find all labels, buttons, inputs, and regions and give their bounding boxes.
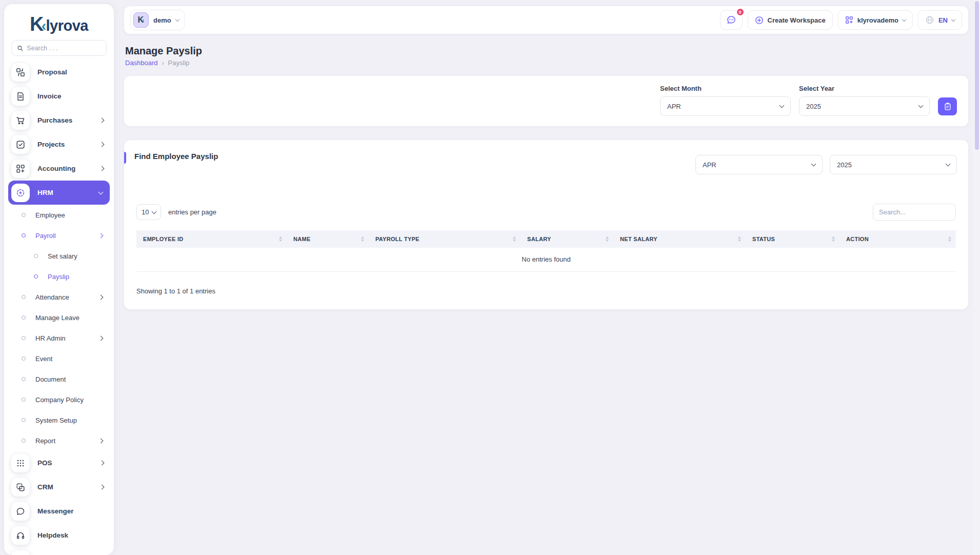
- column-header-status[interactable]: STATUS: [746, 230, 839, 248]
- generate-payslip-button[interactable]: [938, 97, 957, 115]
- page-size-select[interactable]: 10: [136, 204, 161, 220]
- year-select[interactable]: 2025: [799, 96, 930, 116]
- chevron-right-icon: [99, 166, 105, 171]
- sidebar-item-payslip[interactable]: Payslip: [4, 266, 114, 287]
- sidebar-item-company-policy[interactable]: Company Policy: [4, 389, 114, 410]
- sidebar-item-helpdesk[interactable]: Helpdesk: [4, 523, 114, 547]
- sidebar-item-report[interactable]: Report: [4, 430, 114, 451]
- payslip-table: EMPLOYEE ID NAME PAYROLL TYPE SALARY NET…: [136, 230, 956, 272]
- chevron-right-icon: [99, 461, 105, 466]
- month-select[interactable]: APR: [660, 96, 791, 116]
- find-card-filters: APR 2025: [695, 155, 957, 174]
- sidebar-item-pos[interactable]: POS: [4, 451, 114, 475]
- column-header-action[interactable]: ACTION: [839, 230, 956, 248]
- sidebar-item-crm[interactable]: CRM: [4, 475, 114, 499]
- bullet-icon: [22, 295, 26, 299]
- workspace-avatar: K‹: [133, 12, 149, 28]
- sidebar-item-label: Helpdesk: [37, 531, 104, 539]
- sidebar-item-settings[interactable]: Settings: [4, 547, 114, 555]
- chevron-down-icon: [98, 189, 104, 194]
- find-year-value: 2025: [837, 161, 852, 169]
- sort-icon[interactable]: [513, 236, 516, 242]
- sidebar-item-label: Set salary: [48, 252, 103, 260]
- column-header-salary[interactable]: SALARY: [521, 230, 613, 248]
- sidebar: K‹lyrova Proposal Invoice Purchases: [4, 4, 114, 555]
- scrollbar-thumb[interactable]: [975, 1, 979, 150]
- find-card-title: Find Employee Payslip: [134, 152, 218, 161]
- sidebar-item-employee[interactable]: Employee: [4, 205, 114, 225]
- sort-icon[interactable]: [832, 236, 835, 242]
- sort-icon[interactable]: [361, 236, 364, 242]
- chevron-right-icon: [99, 118, 105, 123]
- sidebar-item-system-setup[interactable]: System Setup: [4, 410, 114, 430]
- invoice-icon: [11, 87, 30, 106]
- breadcrumb-current: Payslip: [168, 59, 190, 67]
- find-month-select[interactable]: APR: [695, 155, 823, 174]
- column-header-employee-id[interactable]: EMPLOYEE ID: [136, 230, 287, 248]
- messages-button[interactable]: 0: [720, 10, 743, 30]
- page-size-value: 10: [142, 208, 149, 216]
- sidebar-search-input[interactable]: [27, 45, 101, 52]
- sidebar-item-hr-admin[interactable]: HR Admin: [4, 328, 114, 348]
- chevron-right-icon: [98, 438, 104, 443]
- bullet-icon: [22, 213, 26, 217]
- table-search-input[interactable]: [873, 204, 956, 221]
- month-select-value: APR: [667, 103, 681, 110]
- sidebar-item-label: CRM: [37, 483, 92, 491]
- find-year-select[interactable]: 2025: [830, 155, 957, 174]
- cart-icon: [11, 111, 30, 130]
- sidebar-item-payroll[interactable]: Payroll: [4, 225, 114, 246]
- sidebar-item-document[interactable]: Document: [4, 369, 114, 389]
- sidebar-item-event[interactable]: Event: [4, 348, 114, 369]
- workspace-selector[interactable]: K‹ demo: [130, 10, 185, 30]
- sidebar-item-projects[interactable]: Projects: [4, 132, 114, 156]
- sidebar-item-label: Purchases: [37, 116, 92, 124]
- column-header-payroll-type[interactable]: PAYROLL TYPE: [369, 230, 521, 248]
- check-square-icon: [11, 135, 30, 154]
- sidebar-item-hrm[interactable]: HRM: [8, 181, 110, 205]
- create-workspace-button[interactable]: Create Workspace: [748, 10, 833, 30]
- sidebar-item-messenger[interactable]: Messenger: [4, 499, 114, 523]
- brand-name: lyrova: [46, 17, 88, 34]
- proposal-icon: [11, 63, 30, 82]
- chevron-down-icon: [946, 162, 951, 167]
- column-header-name[interactable]: NAME: [287, 230, 369, 248]
- globe-icon: [925, 15, 934, 25]
- sidebar-item-accounting[interactable]: Accounting: [4, 156, 114, 181]
- main-content: K‹ demo 0 Create Workspace klyrovademo E…: [124, 6, 968, 309]
- sidebar-item-purchases[interactable]: Purchases: [4, 108, 114, 132]
- select-year-field: Select Year 2025: [799, 85, 930, 116]
- sidebar-item-attendance[interactable]: Attendance: [4, 287, 114, 307]
- chevron-down-icon: [902, 17, 906, 22]
- brand-logo[interactable]: K‹lyrova: [4, 4, 114, 34]
- sort-icon[interactable]: [738, 236, 741, 242]
- sort-icon[interactable]: [279, 236, 282, 242]
- search-icon: [17, 45, 23, 52]
- page-scrollbar[interactable]: [974, 0, 980, 555]
- breadcrumb: Dashboard › Payslip: [125, 59, 968, 67]
- bullet-icon: [22, 398, 26, 402]
- sidebar-item-label: HRM: [37, 189, 91, 196]
- sidebar-item-label: System Setup: [35, 417, 103, 424]
- sidebar-search[interactable]: [11, 40, 107, 56]
- sidebar-item-label: Messenger: [37, 507, 104, 515]
- chevron-down-icon: [152, 209, 157, 214]
- entries-per-page-label: entries per page: [168, 208, 216, 216]
- bullet-icon: [34, 274, 38, 279]
- language-selector[interactable]: EN: [918, 10, 962, 30]
- sort-icon[interactable]: [606, 236, 609, 242]
- sort-icon[interactable]: [948, 236, 951, 242]
- topbar-actions: 0 Create Workspace klyrovademo EN: [720, 10, 962, 30]
- page-title: Manage Payslip: [125, 45, 967, 57]
- select-year-label: Select Year: [799, 85, 930, 92]
- sidebar-item-proposal[interactable]: Proposal: [4, 60, 114, 84]
- sidebar-item-set-salary[interactable]: Set salary: [4, 246, 114, 266]
- grid-plus-icon: [845, 16, 853, 24]
- sidebar-item-invoice[interactable]: Invoice: [4, 84, 114, 108]
- account-menu[interactable]: klyrovademo: [838, 10, 913, 30]
- headset-icon: [11, 526, 30, 545]
- column-header-net-salary[interactable]: NET SALARY: [613, 230, 746, 248]
- breadcrumb-dashboard-link[interactable]: Dashboard: [125, 59, 158, 67]
- sidebar-item-manage-leave[interactable]: Manage Leave: [4, 307, 114, 328]
- notification-badge: 0: [736, 8, 745, 16]
